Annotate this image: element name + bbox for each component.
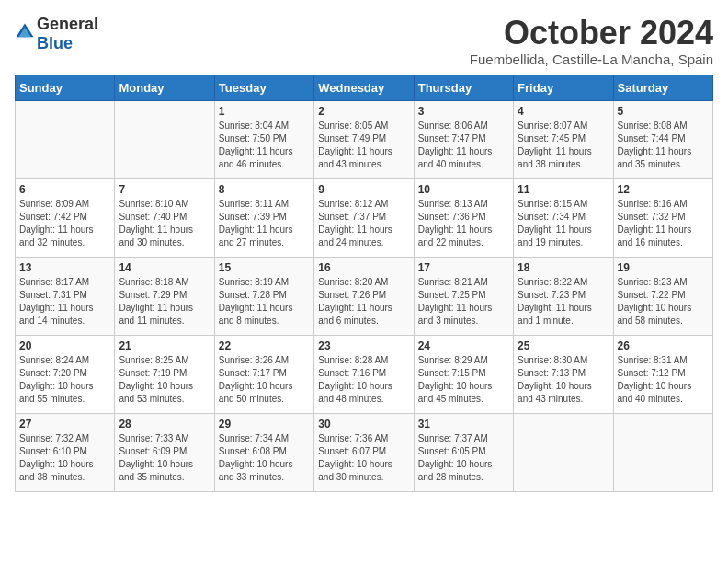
day-number: 30 [318, 418, 409, 431]
day-info: Sunrise: 7:37 AMSunset: 6:05 PMDaylight:… [418, 433, 493, 482]
day-info: Sunrise: 7:32 AMSunset: 6:10 PMDaylight:… [19, 433, 94, 482]
day-number: 1 [219, 105, 310, 118]
day-number: 24 [418, 339, 509, 352]
day-info: Sunrise: 8:31 AMSunset: 7:12 PMDaylight:… [618, 355, 692, 404]
day-number: 3 [418, 105, 509, 118]
day-number: 8 [219, 183, 310, 196]
calendar-cell: 24Sunrise: 8:29 AMSunset: 7:15 PMDayligh… [414, 335, 513, 413]
day-number: 14 [119, 261, 210, 274]
calendar-cell: 6Sunrise: 8:09 AMSunset: 7:42 PMDaylight… [16, 178, 115, 257]
day-number: 7 [119, 183, 210, 196]
day-number: 21 [119, 339, 210, 352]
calendar-cell: 15Sunrise: 8:19 AMSunset: 7:28 PMDayligh… [214, 257, 313, 335]
calendar-cell: 29Sunrise: 7:34 AMSunset: 6:08 PMDayligh… [214, 413, 313, 491]
day-number: 20 [19, 339, 110, 352]
column-header-tuesday: Tuesday [214, 75, 313, 100]
column-header-thursday: Thursday [414, 75, 513, 100]
calendar-cell: 13Sunrise: 8:17 AMSunset: 7:31 PMDayligh… [16, 257, 115, 335]
week-row-1: 1Sunrise: 8:04 AMSunset: 7:50 PMDaylight… [16, 100, 713, 178]
calendar-cell: 30Sunrise: 7:36 AMSunset: 6:07 PMDayligh… [314, 413, 414, 491]
calendar-cell: 2Sunrise: 8:05 AMSunset: 7:49 PMDaylight… [314, 100, 414, 178]
day-number: 2 [318, 105, 409, 118]
day-info: Sunrise: 8:06 AMSunset: 7:47 PMDaylight:… [418, 121, 493, 169]
day-info: Sunrise: 8:13 AMSunset: 7:36 PMDaylight:… [418, 199, 493, 247]
day-number: 11 [518, 183, 609, 196]
calendar-cell: 27Sunrise: 7:32 AMSunset: 6:10 PMDayligh… [16, 413, 115, 491]
day-info: Sunrise: 8:07 AMSunset: 7:45 PMDaylight:… [518, 121, 592, 169]
logo: General Blue [15, 15, 98, 53]
calendar-cell: 22Sunrise: 8:26 AMSunset: 7:17 PMDayligh… [214, 335, 313, 413]
day-number: 19 [618, 261, 709, 274]
calendar-cell [613, 413, 712, 491]
calendar-table: SundayMondayTuesdayWednesdayThursdayFrid… [15, 75, 713, 492]
calendar-cell: 4Sunrise: 8:07 AMSunset: 7:45 PMDaylight… [514, 100, 613, 178]
calendar-cell [514, 413, 613, 491]
day-info: Sunrise: 8:04 AMSunset: 7:50 PMDaylight:… [219, 121, 293, 169]
day-number: 5 [618, 105, 709, 118]
day-number: 31 [418, 418, 509, 431]
calendar-cell: 19Sunrise: 8:23 AMSunset: 7:22 PMDayligh… [613, 257, 712, 335]
day-number: 22 [219, 339, 310, 352]
day-info: Sunrise: 8:12 AMSunset: 7:37 PMDaylight:… [318, 199, 392, 247]
day-number: 9 [318, 183, 409, 196]
calendar-cell: 10Sunrise: 8:13 AMSunset: 7:36 PMDayligh… [414, 178, 513, 257]
day-info: Sunrise: 8:15 AMSunset: 7:34 PMDaylight:… [518, 199, 592, 247]
day-info: Sunrise: 8:16 AMSunset: 7:32 PMDaylight:… [618, 199, 692, 247]
day-info: Sunrise: 7:33 AMSunset: 6:09 PMDaylight:… [119, 433, 193, 482]
day-info: Sunrise: 8:24 AMSunset: 7:20 PMDaylight:… [19, 355, 94, 404]
day-number: 13 [19, 261, 110, 274]
day-number: 18 [518, 261, 609, 274]
week-row-3: 13Sunrise: 8:17 AMSunset: 7:31 PMDayligh… [16, 257, 713, 335]
logo-blue-text: Blue [37, 34, 73, 52]
day-number: 12 [618, 183, 709, 196]
day-info: Sunrise: 8:05 AMSunset: 7:49 PMDaylight:… [318, 121, 392, 169]
day-info: Sunrise: 8:20 AMSunset: 7:26 PMDaylight:… [318, 277, 392, 326]
day-info: Sunrise: 8:26 AMSunset: 7:17 PMDaylight:… [219, 355, 293, 404]
calendar-cell: 12Sunrise: 8:16 AMSunset: 7:32 PMDayligh… [613, 178, 712, 257]
day-info: Sunrise: 8:21 AMSunset: 7:25 PMDaylight:… [418, 277, 493, 326]
day-number: 23 [318, 339, 409, 352]
day-info: Sunrise: 7:36 AMSunset: 6:07 PMDaylight:… [318, 433, 392, 482]
day-info: Sunrise: 8:10 AMSunset: 7:40 PMDaylight:… [119, 199, 193, 247]
calendar-cell: 14Sunrise: 8:18 AMSunset: 7:29 PMDayligh… [115, 257, 214, 335]
calendar-cell: 18Sunrise: 8:22 AMSunset: 7:23 PMDayligh… [514, 257, 613, 335]
day-number: 26 [618, 339, 709, 352]
title-section: October 2024 Fuembellida, Castille-La Ma… [470, 15, 713, 67]
day-number: 6 [19, 183, 110, 196]
day-info: Sunrise: 8:17 AMSunset: 7:31 PMDaylight:… [19, 277, 94, 326]
calendar-cell [16, 100, 115, 178]
calendar-cell [115, 100, 214, 178]
day-info: Sunrise: 8:19 AMSunset: 7:28 PMDaylight:… [219, 277, 293, 326]
day-info: Sunrise: 8:29 AMSunset: 7:15 PMDaylight:… [418, 355, 493, 404]
column-header-saturday: Saturday [613, 75, 712, 100]
column-header-friday: Friday [514, 75, 613, 100]
logo-icon [15, 22, 35, 42]
day-info: Sunrise: 8:08 AMSunset: 7:44 PMDaylight:… [618, 121, 692, 169]
calendar-cell: 1Sunrise: 8:04 AMSunset: 7:50 PMDaylight… [214, 100, 313, 178]
column-header-wednesday: Wednesday [314, 75, 414, 100]
calendar-cell: 25Sunrise: 8:30 AMSunset: 7:13 PMDayligh… [514, 335, 613, 413]
calendar-cell: 26Sunrise: 8:31 AMSunset: 7:12 PMDayligh… [613, 335, 712, 413]
column-header-sunday: Sunday [16, 75, 115, 100]
location-title: Fuembellida, Castille-La Mancha, Spain [470, 52, 713, 67]
calendar-cell: 28Sunrise: 7:33 AMSunset: 6:09 PMDayligh… [115, 413, 214, 491]
day-number: 27 [19, 418, 110, 431]
calendar-cell: 31Sunrise: 7:37 AMSunset: 6:05 PMDayligh… [414, 413, 513, 491]
week-row-5: 27Sunrise: 7:32 AMSunset: 6:10 PMDayligh… [16, 413, 713, 491]
day-number: 17 [418, 261, 509, 274]
day-info: Sunrise: 8:22 AMSunset: 7:23 PMDaylight:… [518, 277, 592, 326]
day-number: 16 [318, 261, 409, 274]
day-info: Sunrise: 8:23 AMSunset: 7:22 PMDaylight:… [618, 277, 692, 326]
calendar-header-row: SundayMondayTuesdayWednesdayThursdayFrid… [16, 75, 713, 100]
day-info: Sunrise: 8:11 AMSunset: 7:39 PMDaylight:… [219, 199, 293, 247]
calendar-cell: 8Sunrise: 8:11 AMSunset: 7:39 PMDaylight… [214, 178, 313, 257]
day-number: 28 [119, 418, 210, 431]
week-row-4: 20Sunrise: 8:24 AMSunset: 7:20 PMDayligh… [16, 335, 713, 413]
calendar-cell: 17Sunrise: 8:21 AMSunset: 7:25 PMDayligh… [414, 257, 513, 335]
day-info: Sunrise: 8:30 AMSunset: 7:13 PMDaylight:… [518, 355, 592, 404]
week-row-2: 6Sunrise: 8:09 AMSunset: 7:42 PMDaylight… [16, 178, 713, 257]
day-number: 29 [219, 418, 310, 431]
logo-general-text: General [37, 15, 98, 33]
calendar-cell: 23Sunrise: 8:28 AMSunset: 7:16 PMDayligh… [314, 335, 414, 413]
day-info: Sunrise: 8:25 AMSunset: 7:19 PMDaylight:… [119, 355, 193, 404]
